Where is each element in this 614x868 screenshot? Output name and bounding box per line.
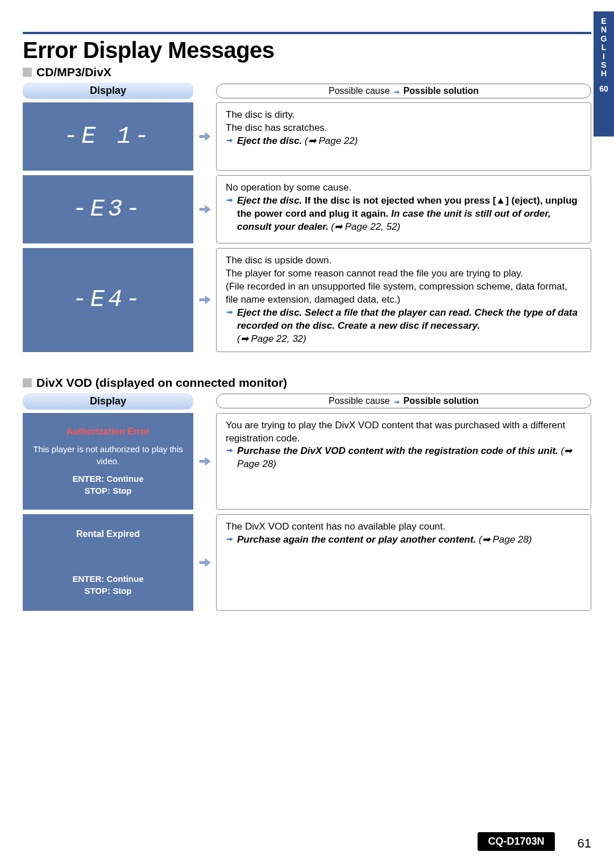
arrow-right-icon	[226, 195, 237, 204]
arrow-col	[193, 102, 216, 171]
arrow-right-icon	[226, 135, 237, 144]
letter: N	[601, 26, 607, 34]
action-bold: Eject the disc.	[237, 195, 302, 206]
display-text-block: Rental Expired ENTER: Continue STOP: Sto…	[23, 521, 193, 603]
action-line: Eject the disc. Select a file that the p…	[226, 307, 582, 346]
error-row-e4: -E4- The disc is upside down. The player…	[23, 248, 591, 352]
arrow-right-icon	[226, 445, 237, 454]
display-stop-line: STOP: Stop	[28, 485, 188, 497]
cause-line: The DivX VOD content has no available pl…	[226, 520, 582, 534]
side-tab-number: 60	[599, 84, 608, 93]
page-footer: CQ-D1703N 61	[0, 832, 614, 851]
arrow-right-icon	[226, 534, 237, 543]
error-code-display: -E4-	[23, 248, 193, 352]
arrow-col	[193, 413, 216, 510]
page-ref: (➡ Page 22)	[305, 135, 358, 146]
arrow-right-icon	[393, 398, 400, 404]
display-text-block: Authorization Error This player is not a…	[23, 419, 193, 503]
action-text: Purchase the DivX VOD content with the r…	[237, 445, 582, 471]
cause-box: You are trying to play the DivX VOD cont…	[216, 413, 591, 510]
page-number: 61	[578, 836, 591, 851]
square-bullet-icon	[23, 378, 32, 387]
square-bullet-icon	[23, 68, 32, 77]
table-header-row-2: Display Possible cause Possible solution	[23, 393, 591, 410]
display-error-title: Authorization Error	[28, 425, 188, 438]
arrow-right-icon	[198, 453, 211, 469]
letter: G	[601, 35, 607, 43]
display-enter-line: ENTER: Continue	[28, 473, 188, 485]
possible-cause-label: Possible cause	[329, 396, 390, 406]
arrow-col	[193, 514, 216, 611]
language-side-tab: E N G L I S H 60	[594, 11, 614, 137]
action-line: Eject the disc. (➡ Page 22)	[226, 135, 582, 148]
display-column-header: Display	[23, 393, 193, 410]
cause-line: You are trying to play the DivX VOD cont…	[226, 419, 582, 445]
action-text: Eject the disc. If the disc is not eject…	[237, 195, 582, 234]
arrow-col	[193, 248, 216, 352]
model-badge: CQ-D1703N	[478, 832, 554, 851]
action-bold: Eject the disc. Select a file that the p…	[237, 307, 578, 331]
letter: I	[603, 52, 605, 61]
error-code-text: -E3-	[73, 196, 144, 223]
section-heading-divx: DivX VOD (displayed on connected monitor…	[23, 376, 591, 390]
action-line: Purchase the DivX VOD content with the r…	[226, 445, 582, 471]
possible-cause-label: Possible cause	[329, 86, 390, 96]
divx-display-rental: Rental Expired ENTER: Continue STOP: Sto…	[23, 514, 193, 611]
side-tab-letters: E N G L I S H	[601, 17, 607, 78]
cause-box: The disc is upside down. The player for …	[216, 248, 591, 352]
cause-line: The disc is upside down.	[226, 254, 582, 267]
cause-box: The disc is dirty. The disc has scratche…	[216, 102, 591, 171]
divx-row-auth-error: Authorization Error This player is not a…	[23, 413, 591, 510]
action-bold: Eject the disc.	[237, 135, 302, 146]
arrow-right-icon	[198, 129, 211, 144]
cause-line: The player for some reason cannot read t…	[226, 267, 582, 280]
display-error-title: Rental Expired	[28, 528, 188, 540]
cause-box: The DivX VOD content has no available pl…	[216, 514, 591, 611]
display-subtext: This player is not authorized to play th…	[28, 443, 188, 467]
error-code-display: -E3-	[23, 175, 193, 243]
error-row-e1: -E 1- The disc is dirty. The disc has sc…	[23, 102, 591, 171]
possible-solution-label: Possible solution	[404, 86, 479, 96]
error-code-display: -E 1-	[23, 102, 193, 171]
error-code-text: -E4-	[73, 286, 144, 313]
solution-column-header: Possible cause Possible solution	[216, 394, 591, 408]
cause-box: No operation by some cause. Eject the di…	[216, 175, 591, 243]
arrow-right-icon	[198, 555, 211, 571]
arrow-col	[193, 175, 216, 243]
action-bold: Purchase the DivX VOD content with the r…	[237, 445, 558, 456]
arrow-right-icon	[393, 88, 400, 94]
action-line: Purchase again the content or play anoth…	[226, 534, 582, 547]
letter: E	[601, 17, 606, 26]
section-heading-text: CD/MP3/DivX	[36, 65, 111, 79]
action-text: Purchase again the content or play anoth…	[237, 534, 582, 547]
page-title: Error Display Messages	[23, 38, 591, 63]
display-column-header: Display	[23, 82, 193, 99]
display-enter-line: ENTER: Continue	[28, 573, 188, 585]
arrow-right-icon	[226, 307, 237, 316]
cause-line: (File recorded in an unsupported file sy…	[226, 280, 582, 307]
possible-solution-label: Possible solution	[404, 396, 479, 406]
divx-display-auth: Authorization Error This player is not a…	[23, 413, 193, 510]
error-code-text: -E 1-	[64, 123, 152, 150]
page-ref: (➡ Page 28)	[479, 534, 532, 545]
arrow-right-icon	[198, 201, 211, 217]
display-stop-line: STOP: Stop	[28, 585, 188, 597]
divx-row-rental-expired: Rental Expired ENTER: Continue STOP: Sto…	[23, 514, 591, 611]
letter: H	[601, 69, 607, 78]
action-text: Eject the disc. (➡ Page 22)	[237, 135, 582, 148]
error-row-e3: -E3- No operation by some cause. Eject t…	[23, 175, 591, 243]
section-heading-text: DivX VOD (displayed on connected monitor…	[36, 376, 287, 390]
action-line: Eject the disc. If the disc is not eject…	[226, 195, 582, 234]
cause-line: No operation by some cause.	[226, 181, 582, 195]
letter: S	[601, 61, 606, 69]
page-ref: (➡ Page 22, 52)	[331, 221, 400, 232]
cause-line: The disc is dirty.	[226, 109, 582, 122]
letter: L	[601, 43, 607, 52]
page-ref: (➡ Page 22, 32)	[237, 333, 306, 344]
cause-line: The disc has scratches.	[226, 122, 582, 135]
section-heading-cd: CD/MP3/DivX	[23, 65, 591, 79]
top-rule	[23, 32, 591, 34]
table-header-row-1: Display Possible cause Possible solution	[23, 82, 591, 99]
action-bold: Purchase again the content or play anoth…	[237, 534, 476, 545]
arrow-right-icon	[198, 292, 211, 308]
